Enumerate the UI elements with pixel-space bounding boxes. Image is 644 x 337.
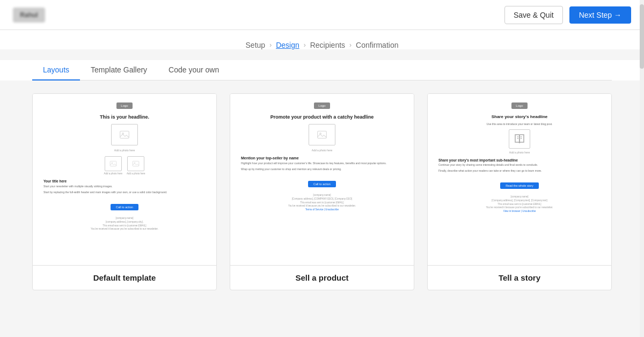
breadcrumb-confirmation: Confirmation — [356, 41, 398, 49]
header: Rahul Save & Quit Next Step → — [0, 0, 644, 30]
breadcrumb-sep-2: › — [304, 41, 306, 49]
preview-section-2: Mention your top-seller by name Highligh… — [241, 156, 403, 173]
breadcrumb-recipients: Recipients — [310, 41, 345, 49]
tab-layouts[interactable]: Layouts — [32, 60, 80, 80]
preview-section-3: Share your story's most important sub-he… — [438, 158, 601, 175]
breadcrumb: Setup › Design › Recipients › Confirmati… — [246, 41, 399, 49]
svg-rect-0 — [120, 131, 129, 138]
tabs: Layouts Template Gallery Code your own — [32, 60, 612, 80]
template-preview-sell: Logo Promote your product with a catchy … — [230, 94, 414, 266]
logo: Rahul — [13, 8, 45, 23]
breadcrumb-sep-3: › — [349, 41, 352, 49]
breadcrumb-sep-1: › — [269, 41, 272, 49]
template-preview-story: Logo Share your story's headline Use thi… — [428, 94, 611, 266]
preview-cta-2: Call to action — [241, 179, 403, 189]
preview-book-icon — [509, 129, 530, 149]
preview-photo-2 — [309, 124, 335, 145]
save-quit-button[interactable]: Save & Quit — [504, 6, 563, 24]
preview-photo-1 — [111, 124, 138, 145]
template-preview-default: Logo This is your headline. Add a photo … — [33, 94, 216, 266]
tab-template-gallery[interactable]: Template Gallery — [80, 60, 158, 80]
scrollbar[interactable] — [640, 0, 644, 337]
svg-rect-4 — [133, 161, 139, 166]
preview-logo-1: Logo — [116, 102, 132, 109]
header-actions: Save & Quit Next Step → — [504, 6, 631, 24]
preview-photo-label-1: Add a photo here — [114, 149, 135, 152]
main-content: Logo This is your headline. Add a photo … — [0, 80, 644, 327]
template-label-sell: Sell a product — [230, 266, 414, 290]
preview-cta-1: Call to action — [43, 202, 206, 213]
preview-photo-label-3: Add a photo here — [509, 151, 530, 154]
preview-small-photos-1: Add a photo here Add a photo here — [104, 156, 145, 175]
preview-logo-3: Logo — [511, 102, 527, 109]
preview-footer-2: [company.name] [Company address], [COMPA… — [288, 194, 356, 212]
template-card-default[interactable]: Logo This is your headline. Add a photo … — [32, 93, 217, 290]
tab-code-your-own[interactable]: Code your own — [158, 60, 230, 80]
breadcrumb-area: Setup › Design › Recipients › Confirmati… — [0, 30, 644, 49]
preview-footer-3: [company.name] [Company.address], [Compa… — [486, 195, 553, 214]
template-card-sell[interactable]: Logo Promote your product with a catchy … — [230, 93, 414, 290]
template-label-story: Tell a story — [428, 266, 611, 290]
preview-footer-1: [company.name] [company.address], [compa… — [91, 217, 158, 231]
svg-rect-2 — [110, 161, 116, 166]
preview-section-1: Your title here Start your newsletter wi… — [43, 179, 206, 196]
next-step-button[interactable]: Next Step → — [569, 6, 631, 24]
svg-rect-6 — [318, 131, 327, 138]
templates-grid: Logo This is your headline. Add a photo … — [32, 93, 612, 290]
preview-headline-1: This is your headline. — [100, 114, 149, 120]
tabs-area: Layouts Template Gallery Code your own — [0, 60, 644, 80]
preview-cta-3: Read the whole story — [438, 180, 601, 191]
template-card-story[interactable]: Logo Share your story's headline Use thi… — [427, 93, 612, 290]
preview-headline-3: Share your story's headline — [492, 114, 548, 119]
preview-headline-2: Promote your product with a catchy headl… — [270, 114, 374, 120]
breadcrumb-design[interactable]: Design — [276, 41, 299, 49]
scrollbar-thumb — [640, 4, 644, 69]
breadcrumb-setup: Setup — [246, 41, 266, 49]
preview-logo-2: Logo — [314, 102, 330, 109]
preview-photo-label-2: Add a photo here — [312, 149, 332, 152]
template-label-default: Default template — [33, 266, 216, 290]
